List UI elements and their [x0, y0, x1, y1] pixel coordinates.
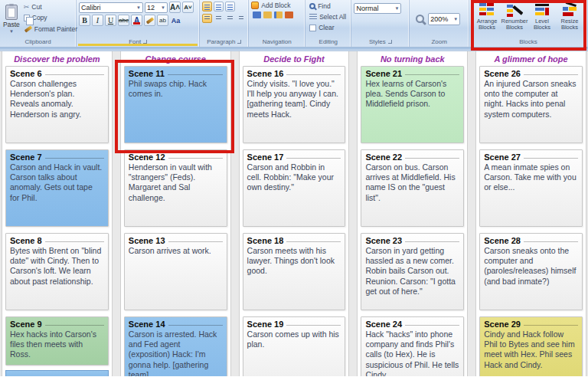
- chevron-down-icon: ▼: [394, 6, 399, 11]
- scene-number: Scene 22: [365, 152, 402, 162]
- find-button[interactable]: Find: [308, 2, 348, 11]
- cut-button[interactable]: ✂ Cut: [22, 2, 79, 11]
- scene-card[interactable]: Scene 7 Carson and Hack in vault. Carson…: [5, 149, 109, 227]
- title-rule: [45, 325, 104, 326]
- copy-icon: [24, 15, 30, 21]
- styles-group-label: Styles: [351, 38, 409, 47]
- magnifier-icon[interactable]: [416, 15, 424, 23]
- underline-button[interactable]: U: [105, 15, 116, 26]
- ribbon-group-clipboard: Paste ▼ ✂ Cut Copy Format Painter: [0, 0, 77, 47]
- scene-card[interactable]: Scene 9 Hex hacks into Carson's files th…: [5, 316, 109, 366]
- scene-card[interactable]: Scene 28 Carson sneaks onto the computer…: [479, 233, 583, 310]
- scene-text: Carson challenges Henderson's plan. Reve…: [10, 79, 104, 120]
- select-all-button[interactable]: Select All: [308, 12, 348, 21]
- scene-text: Henderson in vault with "strangers" (Fed…: [129, 162, 223, 203]
- scene-text: Carson comes up with his plan.: [247, 329, 341, 349]
- ribbon-group-blocks: Arrange Blocks Renumber Blocks: [469, 0, 588, 47]
- scene-card[interactable]: Scene 6 Carson challenges Henderson's pl…: [5, 66, 109, 143]
- grow-font-button[interactable]: A˄: [169, 2, 181, 13]
- indent-button[interactable]: [225, 2, 235, 11]
- align-left-button[interactable]: [202, 14, 212, 23]
- font-size-select[interactable]: 12 ▼: [145, 2, 168, 13]
- resize-blocks-button[interactable]: Resize Blocks: [557, 2, 583, 36]
- partial-card-edge[interactable]: [5, 370, 109, 376]
- scene-card[interactable]: Scene 17 Carson and Robbin in cell. Robb…: [243, 149, 346, 227]
- clipboard-group-label: Clipboard: [0, 38, 76, 47]
- scene-number: Scene 26: [484, 69, 521, 78]
- column-change-course: Change course Scene 11 Phil swaps chip. …: [120, 51, 231, 376]
- italic-button[interactable]: I: [92, 15, 103, 26]
- shading-button[interactable]: [144, 15, 155, 26]
- scene-card[interactable]: Scene 13 Carson arrives at work.: [124, 233, 227, 310]
- scene-number: Scene 27: [484, 152, 521, 162]
- scene-card[interactable]: Scene 23 Carson in yard getting hassled …: [361, 233, 464, 310]
- title-rule: [286, 158, 341, 159]
- scene-number: Scene 9: [10, 320, 42, 329]
- renumber-blocks-button[interactable]: Renumber Blocks: [501, 2, 528, 36]
- scene-number: Scene 21: [365, 69, 402, 78]
- level-blocks-icon: [534, 2, 550, 18]
- scene-card-highlighted[interactable]: Scene 11 Phil swaps chip. Hack comes in.: [124, 66, 227, 143]
- scene-card[interactable]: Scene 26 An injured Carson sneaks onto t…: [479, 66, 583, 143]
- column-title: No turning back: [361, 51, 464, 66]
- style-select[interactable]: Normal ▼: [354, 3, 401, 14]
- align-center-button[interactable]: [214, 14, 224, 23]
- title-rule: [524, 325, 578, 326]
- scene-card[interactable]: Scene 14 Carson is arrested. Hack and Fe…: [124, 316, 227, 376]
- copy-button[interactable]: Copy: [22, 13, 79, 22]
- ribbon-group-font: Calibri ▼ 12 ▼ A˄ A˅ B I U abc A: [77, 0, 200, 47]
- bullets-button[interactable]: [202, 2, 212, 11]
- scene-card[interactable]: Scene 18 Carson meets with his lawyer. T…: [243, 233, 346, 310]
- align-right-button[interactable]: [225, 14, 235, 23]
- title-rule: [286, 325, 341, 326]
- font-color-button[interactable]: A: [131, 15, 142, 26]
- scene-card[interactable]: Scene 24 Hack "hacks" into phone company…: [361, 316, 464, 376]
- scene-card[interactable]: Scene 21 Hex learns of Carson's plea. Se…: [361, 66, 464, 143]
- zoom-level-select[interactable]: 200% ▼: [428, 13, 460, 25]
- shrink-font-button[interactable]: A˅: [182, 2, 194, 13]
- scene-card[interactable]: Scene 29 Cindy and Hack follow Phil to B…: [479, 316, 583, 376]
- add-block-button[interactable]: Add Block: [251, 2, 302, 9]
- scene-card[interactable]: Scene 12 Henderson in vault with "strang…: [124, 149, 227, 227]
- arrange-blocks-button[interactable]: Arrange Blocks: [474, 2, 500, 36]
- font-family-select[interactable]: Calibri ▼: [79, 2, 143, 13]
- scene-text: Carson on bus. Carson arrives at Middlef…: [365, 162, 459, 203]
- format-painter-button[interactable]: Format Painter: [22, 24, 79, 34]
- scene-number: Scene 28: [484, 236, 521, 245]
- level-blocks-button[interactable]: Level Blocks: [529, 2, 555, 36]
- nav-first-block-icon[interactable]: [253, 11, 261, 18]
- scene-number: Scene 24: [365, 320, 402, 329]
- dialog-launcher-icon[interactable]: [237, 40, 241, 44]
- paste-button[interactable]: Paste ▼: [2, 2, 21, 36]
- nav-next-block-icon[interactable]: [274, 11, 283, 18]
- numbering-button[interactable]: [214, 2, 224, 11]
- change-case-button[interactable]: Aa: [170, 15, 181, 26]
- nav-prev-block-icon[interactable]: [263, 11, 272, 18]
- column-decide-to-fight: Decide to Fight Scene 16 Cindy visits. "…: [239, 51, 350, 376]
- title-rule: [45, 241, 104, 242]
- scene-card[interactable]: Scene 22 Carson on bus. Carson arrives a…: [361, 149, 464, 227]
- scene-text: Carson meets with his lawyer. Things don…: [247, 246, 341, 277]
- strikethrough-button[interactable]: abc: [118, 15, 129, 26]
- add-block-icon: [251, 2, 259, 9]
- arrange-blocks-icon: [479, 2, 495, 18]
- chevron-down-icon: ▼: [9, 29, 14, 34]
- scene-card[interactable]: Scene 19 Carson comes up with his plan.: [243, 316, 346, 376]
- scene-text: A mean inmate spies on Carson. Take me w…: [484, 162, 578, 193]
- scene-text: Carson is arrested. Hack and Fed agent (…: [129, 329, 223, 376]
- zoom-group-label: Zoom: [410, 38, 469, 47]
- bold-button[interactable]: B: [79, 15, 90, 26]
- nav-last-block-icon[interactable]: [285, 11, 293, 18]
- clear-button[interactable]: Clear: [308, 23, 348, 32]
- dialog-launcher-icon[interactable]: [388, 40, 392, 44]
- scene-card[interactable]: Scene 27 A mean inmate spies on Carson. …: [479, 149, 583, 227]
- highlight-button[interactable]: ab: [157, 15, 168, 26]
- scene-text: Carson arrives at work.: [129, 246, 223, 256]
- scene-card[interactable]: Scene 8 Bytes with Brent on "blind date"…: [5, 233, 109, 310]
- justify-button[interactable]: [237, 14, 247, 23]
- format-painter-label: Format Painter: [34, 25, 77, 33]
- column-title: Discover the problem: [5, 51, 109, 66]
- scene-card[interactable]: Scene 16 Cindy visits. "I love you." I'l…: [243, 66, 346, 143]
- title-rule: [45, 158, 104, 159]
- font-family-value: Calibri: [81, 4, 101, 11]
